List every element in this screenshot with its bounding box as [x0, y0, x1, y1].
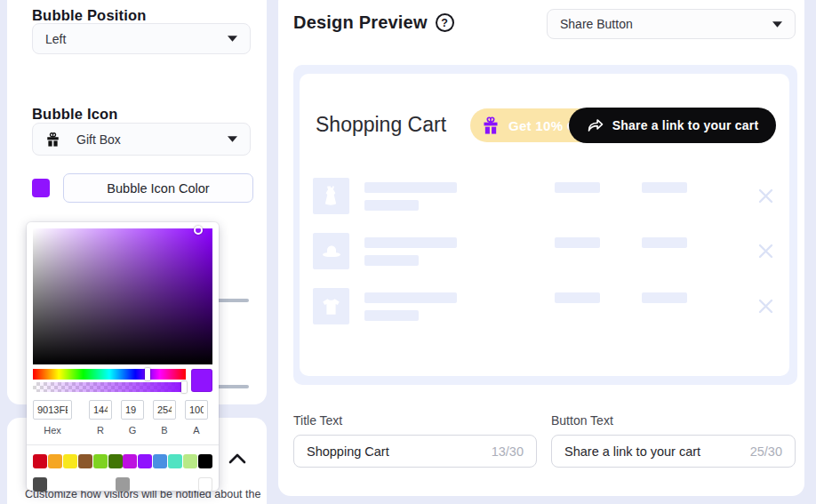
title-text-input[interactable]: [307, 444, 484, 459]
placeholder-bar: [364, 310, 419, 321]
preset-color-swatch[interactable]: [198, 454, 212, 468]
preset-color-swatch[interactable]: [138, 454, 152, 468]
green-input[interactable]: [121, 400, 144, 420]
bubble-position-dropdown[interactable]: Left: [32, 23, 251, 54]
preset-color-swatch[interactable]: [33, 477, 47, 492]
blue-label: B: [161, 425, 167, 436]
placeholder-bar: [642, 292, 687, 303]
hat-icon: [320, 242, 343, 261]
bubble-icon-dropdown[interactable]: Gift Box: [32, 123, 251, 156]
saturation-pointer[interactable]: [194, 226, 203, 235]
placeholder-bar: [364, 182, 457, 193]
preset-color-swatch[interactable]: [33, 454, 47, 468]
hex-input[interactable]: [33, 400, 72, 420]
help-icon[interactable]: ?: [436, 13, 454, 32]
alpha-slider[interactable]: [33, 382, 186, 392]
red-label: R: [97, 425, 104, 436]
button-text-label: Button Text: [551, 413, 613, 428]
preset-color-swatch[interactable]: [48, 454, 62, 468]
chevron-up-icon[interactable]: [228, 450, 247, 468]
bubble-icon-heading: Bubble Icon: [32, 106, 118, 123]
title-char-counter: 13/30: [492, 444, 524, 459]
share-arrow-icon: [587, 118, 604, 132]
bubble-position-heading: Bubble Position: [32, 7, 147, 24]
preset-color-swatch[interactable]: [153, 454, 167, 468]
cart-preview-window: Shopping Cart Get 10% Off Share a lin: [300, 74, 789, 376]
preview-type-dropdown[interactable]: Share Button: [547, 9, 796, 39]
chevron-down-icon: [228, 136, 237, 142]
tshirt-icon: [320, 296, 342, 317]
red-input[interactable]: [89, 400, 112, 420]
preset-color-swatch[interactable]: [123, 454, 137, 468]
hue-slider-handle[interactable]: [145, 368, 150, 380]
app-stage: Bubble Position Left Bubble Icon Gift Bo…: [0, 0, 816, 504]
placeholder-bar: [555, 292, 600, 303]
dress-icon: [321, 185, 342, 208]
cart-preview-title: Shopping Cart: [316, 113, 446, 137]
placeholder-bar: [555, 237, 600, 248]
preset-color-swatch[interactable]: [116, 477, 130, 492]
chevron-down-icon: [772, 21, 782, 28]
blue-input[interactable]: [153, 400, 176, 420]
button-text-field-wrap: 25/30: [551, 435, 796, 468]
preset-color-swatch[interactable]: [198, 477, 212, 492]
bubble-icon-color-button[interactable]: Bubble Icon Color: [63, 173, 253, 203]
preset-color-swatch[interactable]: [168, 454, 182, 468]
product-thumbnail: [313, 178, 349, 214]
saturation-area[interactable]: [33, 228, 212, 364]
alpha-slider-handle[interactable]: [181, 381, 187, 393]
button-char-counter: 25/30: [750, 444, 782, 459]
remove-item-icon[interactable]: [757, 188, 774, 204]
preset-color-swatch[interactable]: [108, 454, 123, 468]
cart-preview-box: Shopping Cart Get 10% Off Share a lin: [293, 65, 797, 385]
preset-color-swatch[interactable]: [183, 454, 197, 468]
current-color-swatch: [191, 369, 212, 392]
title-text-field-wrap: 13/30: [293, 435, 537, 468]
color-picker-popup: Hex R G B A: [27, 222, 219, 491]
placeholder-bar: [642, 237, 687, 248]
hue-slider[interactable]: [33, 369, 186, 380]
preset-swatch-grid: [33, 454, 212, 492]
placeholder-bar: [364, 237, 457, 248]
alpha-gradient: [33, 382, 186, 392]
page-title: Design Preview: [293, 12, 428, 33]
alpha-label: A: [193, 425, 199, 436]
remove-item-icon[interactable]: [757, 298, 774, 315]
divider: [27, 444, 219, 445]
cart-item-row: [313, 233, 776, 269]
placeholder-bar: [555, 182, 600, 193]
gift-box-icon: [45, 132, 60, 148]
remove-item-icon[interactable]: [757, 243, 774, 260]
preset-color-swatch[interactable]: [78, 454, 92, 468]
placeholder-bar: [364, 255, 419, 266]
bubble-position-value: Left: [45, 32, 228, 46]
green-label: G: [129, 425, 137, 436]
preset-color-swatch[interactable]: [63, 454, 77, 468]
gift-box-icon: [482, 116, 500, 135]
chevron-down-icon: [228, 36, 237, 42]
hex-label: Hex: [44, 425, 61, 436]
placeholder-bar: [364, 292, 457, 303]
placeholder-bar: [642, 182, 687, 193]
preview-type-value: Share Button: [560, 17, 772, 31]
cart-item-row: [313, 288, 776, 324]
button-text-input[interactable]: [564, 444, 743, 459]
bubble-icon-value: Gift Box: [76, 132, 228, 147]
alpha-input[interactable]: [185, 400, 208, 420]
share-cart-button[interactable]: Share a link to your cart: [569, 108, 776, 143]
cart-item-row: [313, 178, 776, 214]
bubble-icon-color-swatch[interactable]: [32, 179, 50, 197]
product-thumbnail: [313, 288, 349, 324]
placeholder-bar: [364, 200, 419, 211]
share-button-label: Share a link to your cart: [612, 118, 759, 132]
design-preview-title-row: Design Preview ?: [293, 12, 454, 33]
preset-color-swatch[interactable]: [93, 454, 108, 468]
title-text-label: Title Text: [293, 413, 342, 428]
product-thumbnail: [313, 233, 349, 269]
